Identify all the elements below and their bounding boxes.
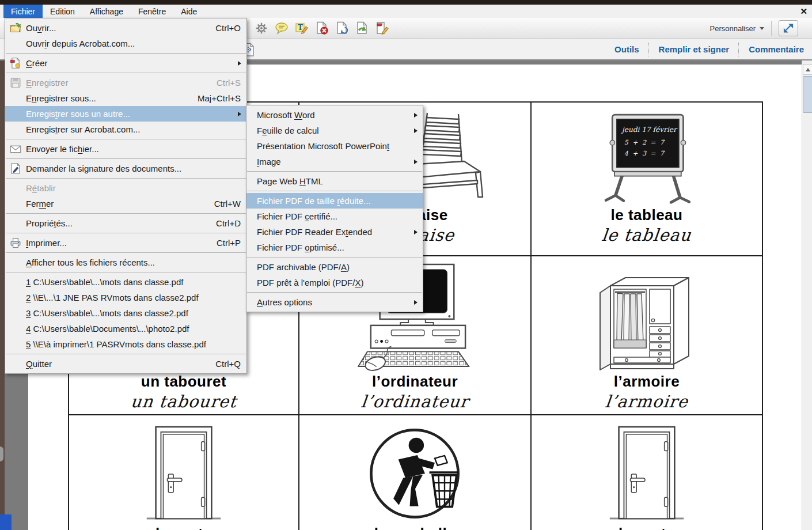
submenu-item-pdf-certifie[interactable]: Fichier PDF certifié... — [246, 209, 423, 224]
menu-separator — [6, 233, 246, 233]
menu-fichier[interactable]: Fichier — [3, 5, 43, 18]
menu-fenetre[interactable]: Fenêtre — [131, 5, 173, 18]
menu-item-proprietes[interactable]: Propriétés... Ctrl+D — [5, 215, 246, 231]
scrollbar-thumb[interactable] — [803, 76, 812, 113]
menu-item-enregistrer[interactable]: Enregistrer Ctrl+S — [5, 75, 246, 90]
menu-separator — [6, 252, 246, 253]
export-file-icon[interactable] — [355, 21, 369, 35]
menu-separator — [6, 354, 246, 354]
open-file-icon — [9, 22, 22, 34]
menu-separator — [247, 292, 422, 293]
print-label: la porte — [155, 525, 212, 530]
create-pdf-icon — [9, 57, 22, 69]
menu-separator — [6, 272, 246, 272]
submenu-item-image[interactable]: Image — [246, 154, 423, 169]
menu-item-retablir[interactable]: Rétablir — [5, 180, 246, 196]
toolbar-dotted-separator — [648, 43, 650, 56]
menubar: Fichier Edition Affichage Fenêtre Aide — [0, 5, 812, 18]
cursive-label: l’ordinateur — [360, 392, 470, 411]
menu-separator — [6, 139, 246, 139]
submenu-item-pdf-pret-emploi[interactable]: PDF prêt à l'emploi (PDF/X) — [246, 275, 423, 290]
cursive-label: l’armoire — [604, 392, 689, 411]
card-tableau: jeudi 17 février 5 + 2 = 7 4 + 3 = 7 le … — [532, 103, 762, 256]
blackboard-drawing: jeudi 17 février 5 + 2 = 7 4 + 3 = 7 — [594, 108, 700, 205]
menu-separator — [247, 171, 422, 172]
vertical-scrollbar[interactable] — [802, 60, 812, 530]
menu-item-quitter[interactable]: Quitter Ctrl+Q — [5, 356, 246, 372]
chalk-sum-2: 4 + 3 = 7 — [624, 150, 665, 157]
save-as-other-submenu: Microsoft Word Feuille de calcul Présent… — [246, 105, 423, 312]
remplir-et-signer-button[interactable]: Remplir et signer — [659, 44, 730, 54]
window-top-edge — [0, 0, 812, 5]
menu-item-enregistrer-sous[interactable]: Enregistrer sous... Maj+Ctrl+S — [5, 90, 246, 106]
door-drawing — [146, 426, 221, 524]
submenu-arrow-icon — [414, 113, 418, 118]
menu-separator — [6, 213, 246, 214]
scan-recognize-icon[interactable] — [335, 21, 349, 35]
menu-item-ouvrir[interactable]: Ouvrir... Ctrl+O — [5, 20, 246, 36]
menu-item-recent-file-3[interactable]: 3 C:\Users\bable\...\mots dans classe2.p… — [5, 305, 246, 321]
submenu-item-feuille-de-calcul[interactable]: Feuille de calcul — [246, 123, 423, 138]
menu-item-imprimer[interactable]: Imprimer... Ctrl+P — [5, 235, 246, 251]
chevron-down-icon — [760, 27, 764, 30]
submenu-arrow-icon — [414, 230, 418, 234]
menu-aide[interactable]: Aide — [173, 5, 204, 18]
email-icon — [9, 143, 22, 155]
personnaliser-dropdown[interactable]: Personnaliser — [710, 24, 765, 33]
submenu-item-presentation-powerpoint[interactable]: Présentation Microsoft PowerPoint — [246, 138, 423, 154]
print-label: l’ordinateur — [372, 373, 458, 390]
chalk-sum-1: 5 + 2 = 7 — [624, 139, 665, 146]
menu-item-recent-file-1[interactable]: 1 C:\Users\bable\...\mots dans classe.pd… — [5, 274, 246, 290]
submenu-arrow-icon — [414, 128, 418, 133]
submenu-item-pdf-archivable[interactable]: PDF archivable (PDF/A) — [246, 259, 423, 275]
highlight-text-icon[interactable]: T — [295, 21, 309, 35]
submenu-item-pdf-taille-reduite[interactable]: Fichier PDF de taille réduite... — [246, 193, 423, 209]
expand-arrows-icon — [783, 23, 794, 33]
menu-item-enregistrer-sur-acrobat-com[interactable]: Enregistrer sur Acrobat.com... — [5, 122, 246, 137]
nav-pane-handle[interactable] — [0, 446, 3, 461]
cursive-label: un tabouret — [130, 392, 237, 411]
submenu-arrow-icon — [238, 112, 241, 116]
menu-separator — [6, 178, 246, 179]
menu-separator — [247, 191, 422, 191]
menu-item-fermer[interactable]: Fermer Ctrl+W — [5, 196, 246, 211]
submenu-item-microsoft-word[interactable]: Microsoft Word — [246, 107, 423, 123]
menu-item-creer[interactable]: Créer — [5, 55, 246, 71]
triangle-up-icon — [806, 68, 810, 71]
printer-icon — [9, 237, 22, 249]
submenu-arrow-icon — [414, 160, 418, 164]
expand-window-button[interactable] — [779, 20, 798, 36]
menu-affichage[interactable]: Affichage — [82, 5, 131, 18]
card-poubelle: la poubelle — [299, 415, 532, 530]
submenu-arrow-icon — [238, 61, 241, 66]
menu-separator — [6, 73, 246, 73]
menu-item-afficher-fichiers-recents[interactable]: Afficher tous les fichiers récents... — [5, 255, 246, 270]
sticky-note-icon[interactable] — [275, 21, 289, 35]
print-label: la poubelle — [374, 525, 456, 530]
menu-item-recent-file-4[interactable]: 4 C:\Users\bable\Documents\...\photo2.pd… — [5, 321, 246, 336]
menu-item-envoyer-fichier[interactable]: Envoyer le fichier... — [5, 141, 246, 157]
delete-pages-icon[interactable] — [315, 21, 329, 35]
scroll-up-button[interactable] — [803, 64, 812, 75]
card-armoire: l’armoire l’armoire — [532, 256, 762, 415]
menu-item-enregistrer-sous-un-autre[interactable]: Enregistrer sous un autre... — [5, 106, 246, 122]
menu-item-recent-file-2[interactable]: 2 \\E\...\1 JNE PAS RVmots dans classe2.… — [5, 290, 246, 305]
file-menu: Ouvrir... Ctrl+O Ouvrir depuis Acrobat.c… — [5, 18, 247, 374]
menu-item-ouvrir-acrobat-com[interactable]: Ouvrir depuis Acrobat.com... — [5, 36, 246, 51]
submenu-item-pdf-reader-extended[interactable]: Fichier PDF Reader Extended — [246, 224, 423, 240]
menu-item-demander-signature[interactable]: Demander la signature des documents... — [5, 161, 246, 176]
gear-icon[interactable] — [255, 21, 268, 35]
submenu-item-page-web-html[interactable]: Page Web HTML — [246, 173, 423, 189]
save-icon — [9, 77, 22, 89]
commentaire-button[interactable]: Commentaire — [749, 44, 804, 54]
tidyman-drawing — [365, 425, 465, 524]
outils-button[interactable]: Outils — [614, 44, 639, 54]
submenu-item-pdf-optimise[interactable]: Fichier PDF optimisé... — [246, 240, 423, 255]
menu-item-recent-file-5[interactable]: 5 \\E\à imprimer\1 PASRVmots dans classe… — [5, 336, 246, 352]
wardrobe-drawing — [598, 271, 696, 372]
close-icon[interactable]: ✕ — [800, 5, 807, 18]
edit-document-icon[interactable] — [375, 21, 389, 35]
menu-edition[interactable]: Edition — [43, 5, 82, 18]
submenu-item-autres-options[interactable]: Autres options — [246, 294, 423, 310]
acrobat-window: Fichier Edition Affichage Fenêtre Aide ✕… — [0, 0, 812, 530]
